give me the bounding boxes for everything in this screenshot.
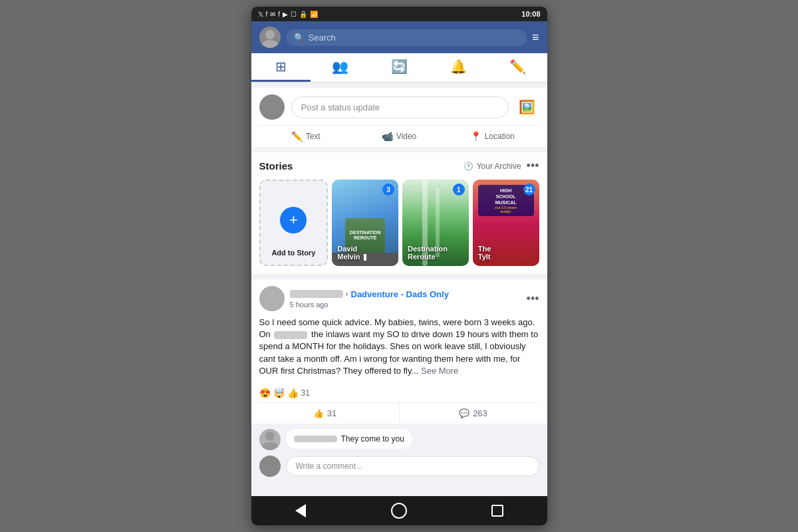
- comment-bubble: They come to you: [286, 429, 412, 449]
- story-name-1: DavidMelvin: [337, 245, 360, 261]
- recents-button[interactable]: [487, 501, 507, 521]
- add-story-plus-icon: +: [280, 207, 307, 233]
- nav-compose[interactable]: ✏️: [488, 53, 547, 82]
- reaction-count: 31: [301, 388, 310, 398]
- svg-point-5: [262, 302, 282, 311]
- story-badge-3: 21: [523, 184, 535, 196]
- wifi-icon: 📶: [310, 11, 318, 18]
- add-story-label: Add to Story: [271, 249, 315, 257]
- post-box-avatar: [259, 94, 285, 120]
- lock-icon: 🔒: [299, 11, 307, 18]
- fb-header: 🔍 Search ≡: [251, 21, 547, 53]
- story-tylt[interactable]: HIGHSCHOOLMUSICAL out 10 yearstoday! 21 …: [473, 180, 539, 266]
- post-box-top: Post a status update 🖼️: [259, 94, 539, 120]
- comment-count: 263: [473, 408, 487, 418]
- text-label: Text: [306, 132, 321, 141]
- compose-icon: ✏️: [509, 59, 526, 74]
- see-more-link[interactable]: See More: [421, 366, 458, 376]
- svg-point-1: [262, 40, 278, 48]
- status-bar: 𝕏 f ✉ f ▶ ☐ 🔒 📶 10:08: [251, 7, 547, 21]
- commenter-name-blurred: [294, 436, 337, 442]
- comment-area: They come to you Write a comment...: [251, 424, 547, 482]
- add-story-card[interactable]: + Add to Story: [259, 180, 329, 266]
- story-badge-1: 3: [382, 184, 394, 196]
- post-arrow: ›: [346, 289, 348, 299]
- post-time: 5 hours ago: [290, 301, 449, 309]
- svg-point-2: [266, 98, 278, 110]
- main-nav: ⊞ 👥 🔄 🔔 ✏️: [251, 53, 547, 82]
- mail-icon: ✉: [270, 11, 275, 18]
- reactions-bar: 😍 🤯 👍 31: [251, 384, 547, 402]
- like-count: 31: [327, 408, 336, 418]
- story-destination[interactable]: 1 DestinationReroute: [402, 180, 469, 266]
- story-name-2: DestinationReroute: [408, 245, 448, 261]
- search-bar[interactable]: 🔍 Search: [286, 29, 527, 46]
- video-action[interactable]: 📹 Video: [352, 126, 446, 147]
- svg-point-4: [266, 289, 278, 301]
- stories-more-icon[interactable]: •••: [527, 159, 539, 173]
- reaction-wow: 🤯: [273, 388, 285, 398]
- post-box: Post a status update 🖼️ ✏️ Text 📹 Video …: [251, 88, 547, 147]
- status-input[interactable]: Post a status update: [291, 96, 509, 118]
- location-action[interactable]: 📍 Location: [446, 126, 539, 147]
- time-display: 10:08: [521, 10, 540, 18]
- square-icon: [491, 505, 503, 517]
- nav-friends[interactable]: 👥: [311, 53, 370, 82]
- location-icon: 📍: [470, 131, 481, 142]
- home-icon: [391, 503, 407, 519]
- fb-icon: f: [266, 11, 268, 18]
- video-label: Video: [396, 132, 416, 141]
- post-group-name[interactable]: Dadventure - Dads Only: [351, 289, 449, 299]
- post-header-left: › Dadventure - Dads Only 5 hours ago: [259, 286, 449, 311]
- bottom-nav: [251, 496, 547, 525]
- text-action[interactable]: ✏️ Text: [259, 126, 352, 147]
- post-author-avatar: [259, 286, 285, 311]
- archive-icon: 🕐: [464, 162, 473, 171]
- friends-icon: 👥: [332, 59, 348, 74]
- story-david-melvin[interactable]: DESTINATIONREROUTE 3 DavidMelvin: [332, 180, 398, 266]
- post-text: So I need some quick advice. My babies, …: [251, 317, 547, 384]
- nav-messages[interactable]: 🔄: [370, 53, 429, 82]
- post-text-blurred-1: [274, 331, 307, 339]
- search-icon: 🔍: [294, 33, 305, 43]
- profile-avatar-header[interactable]: [259, 27, 281, 48]
- post-actions-bar: 👍 31 💬 263: [251, 403, 547, 424]
- fb2-icon: f: [278, 11, 280, 18]
- reaction-love: 😍: [259, 388, 271, 398]
- like-button[interactable]: 👍 31: [251, 403, 400, 424]
- svg-point-7: [261, 442, 279, 450]
- story-badge-2: 1: [453, 184, 465, 196]
- stories-title: Stories: [259, 160, 293, 172]
- comment-item: They come to you: [259, 429, 539, 450]
- stories-section: Stories 🕐 Your Archive ••• + Add to Stor…: [251, 152, 547, 274]
- screen-icon: ☐: [291, 11, 297, 18]
- twitter-icon: 𝕏: [258, 11, 263, 18]
- post-author-name-blurred: [290, 290, 343, 298]
- menu-icon[interactable]: ≡: [532, 31, 539, 45]
- svg-point-8: [265, 458, 275, 467]
- your-archive-link[interactable]: 🕐 Your Archive: [464, 162, 521, 171]
- back-button[interactable]: [291, 501, 311, 521]
- photo-upload-icon[interactable]: 🖼️: [515, 95, 539, 119]
- video-icon: 📹: [382, 131, 393, 142]
- nav-notifications[interactable]: 🔔: [429, 53, 488, 82]
- svg-point-9: [261, 469, 279, 477]
- story-name-3: TheTylt: [478, 245, 491, 261]
- stories-header: Stories 🕐 Your Archive •••: [259, 159, 539, 173]
- status-icons: 𝕏 f ✉ f ▶ ☐ 🔒 📶: [258, 11, 319, 18]
- comment-input[interactable]: Write a comment...: [286, 456, 539, 476]
- svg-point-6: [265, 432, 275, 441]
- svg-point-3: [262, 110, 282, 120]
- post-more-icon[interactable]: •••: [527, 292, 539, 306]
- back-icon: [295, 504, 306, 517]
- comment-text: They come to you: [341, 434, 404, 444]
- messages-icon: 🔄: [391, 59, 408, 74]
- home-button[interactable]: [389, 501, 409, 521]
- search-placeholder: Search: [309, 33, 336, 43]
- text-icon: ✏️: [291, 131, 303, 142]
- nav-home[interactable]: ⊞: [251, 53, 311, 82]
- svg-point-0: [265, 30, 275, 39]
- location-label: Location: [485, 132, 515, 141]
- phone-frame: 𝕏 f ✉ f ▶ ☐ 🔒 📶 10:08 🔍 Search ≡ ⊞ 👥 �: [251, 7, 547, 525]
- comment-button[interactable]: 💬 263: [400, 403, 547, 424]
